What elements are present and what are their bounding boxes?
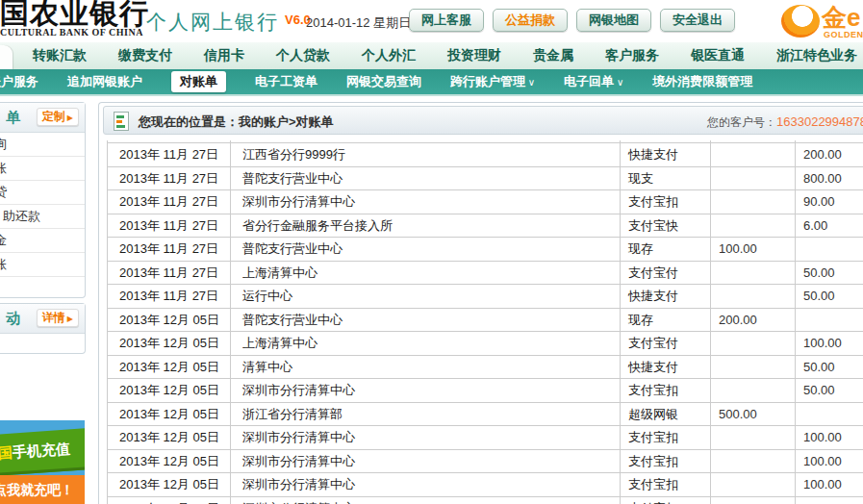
- breadcrumb-path: 我的账户>对账单: [239, 114, 334, 129]
- cell-income: [711, 497, 796, 504]
- header-buttons: 网上客服公益捐款网银地图安全退出: [409, 9, 735, 32]
- cell-income: [711, 450, 796, 473]
- sidebar-menu-item-label: 贷: [0, 181, 7, 204]
- cell-branch: 普陀支行营业中心: [231, 167, 621, 190]
- sidebar-menu-item-label: 账: [0, 157, 7, 180]
- cell-branch: 深圳市分行清算中心: [231, 379, 621, 402]
- banner-line2: 点我就充吧！: [0, 475, 85, 504]
- details-button[interactable]: 详情: [37, 309, 79, 327]
- cell-date: 2013年 11月 27日: [108, 238, 231, 261]
- cell-type: 快捷支付: [621, 143, 711, 166]
- table-row: 2013年 12月 05日深圳市分行清算中心支付宝扣100.00: [108, 426, 863, 450]
- sidebar-menu-item[interactable]: 贷: [0, 181, 85, 205]
- cell-expense: 100.00: [796, 473, 863, 496]
- weekday-value: 星期日: [373, 15, 411, 30]
- cell-income: [711, 332, 796, 355]
- cell-income: [711, 262, 796, 285]
- header-cell: [621, 140, 711, 142]
- cell-type: 支付宝付: [621, 262, 711, 285]
- cell-type: 超级网银: [621, 403, 711, 426]
- cell-income: 100.00: [711, 238, 796, 261]
- nav-item[interactable]: 客户服务: [605, 47, 659, 64]
- cell-expense: 50.00: [796, 356, 863, 379]
- cell-type: 支付宝扣: [621, 190, 711, 214]
- cell-date: 2013年 11月 27日: [108, 214, 231, 238]
- header-button[interactable]: 网银地图: [576, 9, 651, 32]
- nav-item[interactable]: 缴费支付: [118, 47, 172, 64]
- nav-item[interactable]: 信用卡: [204, 47, 244, 64]
- cell-expense: [796, 309, 863, 332]
- cell-type: 支付宝扣: [621, 497, 711, 504]
- sidebar-menu-panel: 单 定制 询账贷助还款金账: [0, 102, 86, 298]
- sidebar-menu-item-label: 询: [0, 133, 7, 156]
- cell-income: [711, 473, 796, 496]
- subnav-item[interactable]: 网银交易查询: [346, 73, 421, 90]
- cell-expense: 100.00: [796, 497, 863, 504]
- sidebar-menu-item[interactable]: 金: [0, 229, 85, 253]
- cell-expense: 6.00: [796, 214, 863, 238]
- cell-type: 快捷支付: [621, 285, 711, 308]
- cell-type: 支付宝扣: [621, 450, 711, 473]
- table-row: 2013年 11月 27日运行中心快捷支付50.00: [108, 285, 863, 309]
- mobile-recharge-banner[interactable]: 国手机充值 点我就充吧！: [0, 420, 85, 504]
- activity-panel-header: 动 详情: [0, 304, 85, 334]
- header-button[interactable]: 公益捐款: [493, 9, 568, 32]
- selected-tab-sliver[interactable]: [0, 45, 13, 69]
- subnav-item[interactable]: 电子工资单: [255, 73, 317, 90]
- header-cell: [711, 140, 796, 142]
- cell-branch: 上海清算中心: [231, 262, 621, 285]
- banner-line2-cut-char: 点: [0, 475, 7, 504]
- sidebar-menu-item[interactable]: 账: [0, 253, 85, 277]
- banner-line2-text: 我就充吧！: [7, 482, 74, 497]
- cell-branch: 清算中心: [231, 356, 621, 379]
- cell-expense: 90.00: [796, 190, 863, 214]
- date-value: 2014-01-12: [306, 15, 370, 30]
- statement-doc-icon: [114, 112, 129, 131]
- cell-income: 500.00: [711, 403, 796, 426]
- cell-branch: 运行中心: [231, 285, 621, 308]
- activity-panel-title: 动: [6, 310, 20, 328]
- cell-date: 2013年 11月 27日: [108, 167, 231, 190]
- cell-type: 支付宝扣: [621, 473, 711, 496]
- subnav-item[interactable]: 电子回单: [564, 73, 623, 90]
- nav-item[interactable]: 银医直通: [691, 47, 745, 64]
- header-button[interactable]: 安全退出: [660, 9, 735, 32]
- subnav-item[interactable]: 对账单: [171, 71, 226, 92]
- nav-item[interactable]: 个人贷款: [276, 47, 330, 64]
- banner-highlight-char: 国: [0, 444, 13, 462]
- cell-type: 支付宝扣: [621, 379, 711, 402]
- customer-number-area: 您的客户号：1633022994878: [707, 114, 863, 131]
- cell-type: 支付宝付: [621, 332, 711, 355]
- subnav-item[interactable]: 追加网银账户: [67, 73, 142, 90]
- table-row: 2013年 12月 05日深圳市分行清算中心支付宝扣50.00: [108, 379, 863, 403]
- nav-item[interactable]: 转账汇款: [33, 47, 87, 64]
- customize-button[interactable]: 定制: [37, 108, 79, 126]
- sidebar-menu-item[interactable]: 账: [0, 157, 85, 181]
- cell-type: 快捷支付: [621, 356, 711, 379]
- cell-expense: 50.00: [796, 262, 863, 285]
- main-nav: 转账汇款缴费支付信用卡个人贷款个人外汇投资理财贵金属客户服务银医直通浙江特色业务: [0, 42, 863, 70]
- cell-branch: 浙江省分行清算部: [231, 403, 621, 426]
- nav-item[interactable]: 投资理财: [447, 47, 501, 64]
- nav-item[interactable]: 贵金属: [533, 47, 573, 64]
- menu-panel-items: 询账贷助还款金账: [0, 133, 85, 277]
- cell-type: 支付宝扣: [621, 426, 711, 449]
- cell-date: 2013年 11月 27日: [108, 190, 231, 214]
- breadcrumb-bar: 您现在的位置是：我的账户>对账单 您的客户号：1633022994878: [103, 106, 863, 135]
- nav-item[interactable]: 个人外汇: [362, 47, 416, 64]
- cell-income: [711, 190, 796, 214]
- cell-branch: 深圳市分行清算中心: [231, 473, 621, 496]
- cell-income: [711, 426, 796, 449]
- subnav-item[interactable]: 境外消费限额管理: [652, 73, 752, 90]
- table-row: 2013年 12月 05日深圳市分行清算中心支付宝扣100.00: [108, 450, 863, 474]
- cell-date: 2013年 12月 05日: [108, 332, 231, 355]
- subnav-item[interactable]: 账户服务: [0, 73, 38, 90]
- sidebar-menu-item[interactable]: 助还款: [0, 205, 85, 229]
- sidebar-menu-item[interactable]: 询: [0, 133, 85, 157]
- main-nav-items: 转账汇款缴费支付信用卡个人贷款个人外汇投资理财贵金属客户服务银医直通浙江特色业务: [33, 42, 857, 69]
- header-button[interactable]: 网上客服: [409, 9, 484, 32]
- table-row: 2013年 11月 27日江西省分行9999行快捷支付200.00: [108, 143, 863, 167]
- subnav-item[interactable]: 跨行账户管理: [450, 73, 535, 90]
- cell-date: 2013年 12月 05日: [108, 426, 231, 449]
- nav-item[interactable]: 浙江特色业务: [776, 47, 857, 64]
